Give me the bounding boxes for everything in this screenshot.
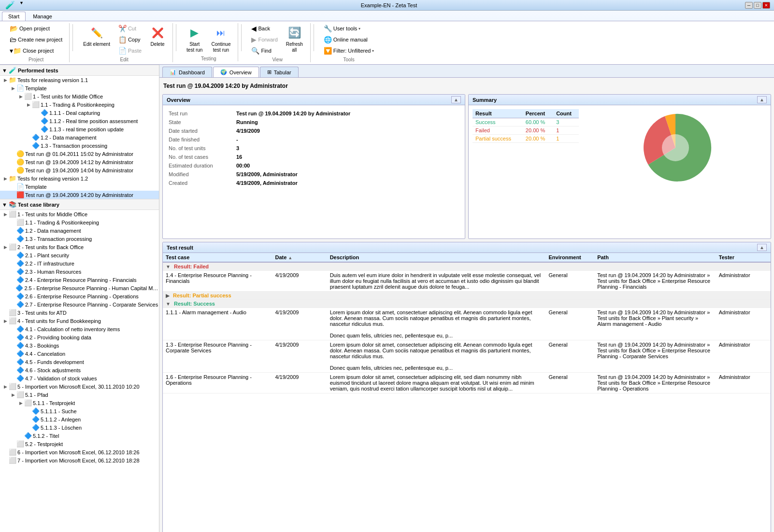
tree-import-7[interactable]: ⬜ 7 - Importiert von Microsoft Excel, 06… (0, 456, 159, 464)
ribbon-group-testing: ▶ Starttest run ⏭ Continuetest run Testi… (179, 23, 238, 61)
maximize-button[interactable]: □ (754, 2, 761, 9)
tree-testrun-2011[interactable]: 🟡 Test run @ 01.04.2011 15:02 by Adminis… (0, 150, 159, 158)
tree-deal-capturing[interactable]: 🔷 1.1.1 - Deal capturing (0, 109, 159, 117)
close-project-button[interactable]: ▾📁 Close project (7, 45, 65, 56)
edit-icon: ✏️ (89, 25, 104, 41)
tree-anlegen[interactable]: 🔷 5.1.1.2 - Anlegen (0, 415, 159, 423)
tree-lib-back-office[interactable]: ▶ ⬜ 2 - Test units for Back Office (0, 243, 159, 251)
tree-realtime-update[interactable]: 🔷 1.1.3 - real time position update (0, 125, 159, 133)
performed-tests-header[interactable]: ▼ 🧪 Performed tests (0, 65, 159, 76)
tree-transaction[interactable]: 🔷 1.3 - Transaction processing (0, 141, 159, 150)
col-header-date[interactable]: Date ▲ (272, 253, 327, 262)
tree-testrun-1412[interactable]: 🟡 Test run @ 19.04.2009 14:12 by Adminis… (0, 158, 159, 166)
forward-button[interactable]: ▶ Forward (248, 34, 280, 45)
tree-erp-financials[interactable]: 🔷 2.4 - Enterprise Resource Planning - F… (0, 276, 159, 284)
start-test-run-button[interactable]: ▶ Starttest run (183, 23, 206, 55)
tree-import-6[interactable]: ⬜ 6 - Importiert von Microsoft Excel, 06… (0, 448, 159, 456)
collapse-icon-2: ▼ (2, 202, 7, 208)
field-value: 00:00 (234, 161, 461, 170)
quick-access-dropdown[interactable]: ▼ (18, 0, 25, 11)
tree-fund-bookkeeping[interactable]: ▶ ⬜ 4 - Test units for Fund Bookkeeping (0, 317, 159, 325)
overview-panel-content: Test runTest run @ 19.04.2009 14:20 by A… (163, 105, 465, 238)
field-value: Running (234, 118, 461, 126)
tree-data-mgmt[interactable]: 🔷 1.2 - Data management (0, 133, 159, 141)
tree-template-1[interactable]: ▶ 📄 Template (0, 84, 159, 92)
tree-testprojekt-511[interactable]: ▶ ⬜ 5.1.1 - Testprojekt (0, 399, 159, 407)
pie-chart (637, 109, 714, 186)
tree-atd[interactable]: ⬜ 3 - Test units for ATD (0, 308, 159, 317)
tree-testprojekt-52[interactable]: ⬜ 5.2 - Testprojekt (0, 440, 159, 448)
summary-panel-header: Summary ▲ (469, 95, 771, 105)
results-collapse-btn[interactable]: ▲ (757, 244, 767, 251)
tree-middle-office[interactable]: ▶ ⬜ 1 - Test units for Middle Office (0, 92, 159, 100)
tree-it-infra[interactable]: 🔷 2.2 - IT infrastructure (0, 259, 159, 267)
tab-manage[interactable]: Manage (27, 12, 58, 21)
tree-releasing-1-2[interactable]: ▶ 📁 Tests for releasing version 1.2 (0, 174, 159, 182)
results-scroll[interactable]: Test case Date ▲ Description Environment… (163, 253, 771, 532)
tree-plant-security[interactable]: 🔷 2.1 - Plant security (0, 251, 159, 259)
edit-element-button[interactable]: ✏️ Edit element (80, 23, 114, 49)
tree-realtime-pos[interactable]: 🔷 1.1.2 - Real time position assessment (0, 117, 159, 125)
tree-releasing-1-1[interactable]: ▶ 📁 Tests for releasing version 1.1 (0, 76, 159, 84)
tree-lib-trading[interactable]: ⬜ 1.1 - Trading & Positionkeeping (0, 218, 159, 226)
cell-desc: Lorem ipsum dolor sit amet, consectetuer… (327, 308, 546, 340)
tree-erp-hcm[interactable]: 🔷 2.5 - Enterprise Resource Planning - H… (0, 284, 159, 292)
tree-stock-val[interactable]: 🔷 4.7 - Validation of stock values (0, 374, 159, 382)
back-button[interactable]: ◀ Back (248, 23, 280, 34)
minimize-button[interactable]: ─ (745, 2, 753, 9)
tree-cancelation[interactable]: 🔷 4.4 - Cancelation (0, 350, 159, 358)
table-row: 1.1.1 - Alarm management - Audio 4/19/20… (163, 308, 771, 340)
tab-overview[interactable]: 🌍 Overview (213, 67, 259, 77)
paste-button[interactable]: 📄 Paste (115, 45, 144, 56)
tree-netto[interactable]: 🔷 4.1 - Calculation of netto inventory i… (0, 325, 159, 333)
tree-testrun-1420[interactable]: 🟥 Test run @ 19.04.2009 14:20 by Adminis… (0, 191, 159, 199)
tree-testrun-1404[interactable]: 🟡 Test run @ 19.04.2009 14:04 by Adminis… (0, 166, 159, 174)
tree-erp-operations[interactable]: 🔷 2.6 - Enterprise Resource Planning - O… (0, 292, 159, 300)
tab-dashboard[interactable]: 📊 Dashboard (162, 67, 212, 77)
tree-trading[interactable]: ▶ ⬜ 1.1 - Trading & Positionkeeping (0, 100, 159, 109)
tree-lib-data[interactable]: 🔷 1.2 - Data management (0, 226, 159, 235)
tree-erp-corparate[interactable]: 🔷 2.7 - Enterprise Resource Planning - C… (0, 300, 159, 308)
copy-button[interactable]: 📋 Copy (115, 34, 144, 45)
col-count: Count (553, 109, 579, 118)
tree-funds-dev[interactable]: 🔷 4.5 - Funds development (0, 358, 159, 366)
open-project-button[interactable]: 📂 Open project (7, 23, 65, 34)
tree-lib-middle-office[interactable]: ▶ ⬜ 1 - Test units for Middle Office (0, 210, 159, 218)
tree-template-2[interactable]: 📄 Template (0, 182, 159, 191)
field-value: - (234, 135, 461, 144)
tab-tabular[interactable]: ⊞ Tabular (260, 67, 299, 77)
tree-booking-data[interactable]: 🔷 4.2 - Providing booking data (0, 333, 159, 341)
create-project-button[interactable]: 🗁 Create new project (7, 34, 65, 45)
tree-lib-transaction[interactable]: 🔷 1.3 - Transaction processing (0, 235, 159, 243)
cut-button[interactable]: ✂️ Cut (115, 23, 144, 34)
tree-loschen[interactable]: 🔷 5.1.1.3 - Löschen (0, 423, 159, 432)
tree-bookings[interactable]: 🔷 4.3 - Bookings (0, 341, 159, 350)
tree-import-5[interactable]: ▶ ⬜ 5 - Importiert von Microsoft Excel, … (0, 382, 159, 391)
user-tools-button[interactable]: 🔧 User tools ▾ (321, 23, 377, 34)
summary-row-failed: Failed 20.00 % 1 (473, 126, 579, 135)
divider-2 (176, 24, 176, 51)
field-label: Date started (167, 126, 234, 135)
tree-titel[interactable]: 🔷 5.1.2 - Titel (0, 432, 159, 440)
tree-pfad[interactable]: ▶ ⬜ 5.1 - Pfad (0, 391, 159, 399)
continue-test-run-button[interactable]: ⏭ Continuetest run (208, 23, 234, 55)
refresh-all-button[interactable]: 🔄 Refreshall (283, 23, 306, 55)
tree-stock-adj[interactable]: 🔷 4.6 - Stock adjustments (0, 366, 159, 374)
summary-collapse-btn[interactable]: ▲ (757, 96, 767, 103)
find-button[interactable]: 🔍 Find (248, 45, 280, 56)
cell-path: Test run @ 19.04.2009 14:20 by Administr… (594, 308, 716, 340)
filter-button[interactable]: 🔽 Filter: Unfiltered ▾ (321, 45, 377, 56)
window-title: Example-EN - Zeta Test (33, 2, 745, 8)
test-case-library-header[interactable]: ▼ 📚 Test case library (0, 199, 159, 210)
ribbon: Start Manage 📂 Open project 🗁 Create new… (0, 11, 774, 65)
col-header-env: Environment (546, 253, 595, 262)
delete-button[interactable]: ❌ Delete (146, 23, 169, 49)
close-button[interactable]: ✕ (762, 2, 770, 9)
tab-start[interactable]: Start (2, 12, 26, 21)
tree-suche[interactable]: 🔷 5.1.1.1 - Suche (0, 407, 159, 415)
field-label: No. of test units (167, 144, 234, 153)
cell-date: 4/19/2009 (272, 340, 327, 373)
overview-collapse-btn[interactable]: ▲ (451, 96, 461, 103)
online-manual-button[interactable]: 🌐 Online manual (321, 34, 377, 45)
tree-human-res[interactable]: 🔷 2.3 - Human Resources (0, 267, 159, 276)
